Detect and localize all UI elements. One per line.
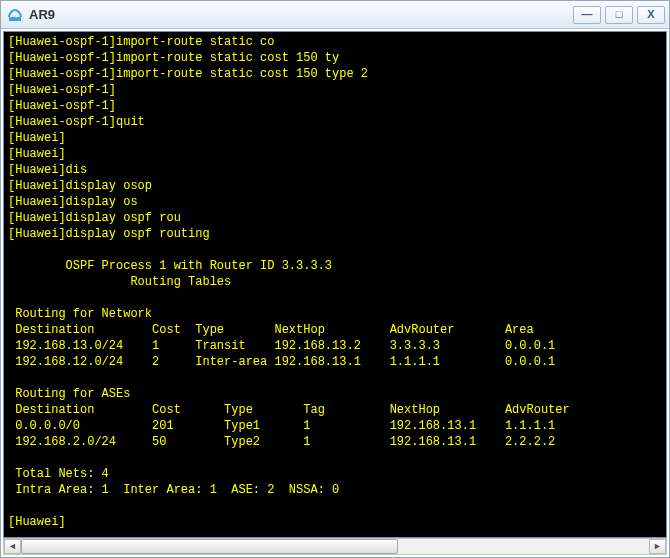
horizontal-scrollbar[interactable]: ◄ ► [3, 538, 667, 555]
scroll-track[interactable] [21, 539, 649, 554]
titlebar[interactable]: AR9 — □ X [1, 1, 669, 29]
terminal-container: [Huawei-ospf-1]import-route static co [H… [1, 29, 669, 557]
maximize-button[interactable]: □ [605, 6, 633, 24]
app-icon [7, 7, 23, 23]
app-window: AR9 — □ X [Huawei-ospf-1]import-route st… [0, 0, 670, 558]
scroll-left-button[interactable]: ◄ [4, 539, 21, 554]
close-button[interactable]: X [637, 6, 665, 24]
scroll-thumb[interactable] [21, 539, 398, 554]
window-buttons: — □ X [573, 6, 665, 24]
window-title: AR9 [29, 7, 573, 22]
terminal-output[interactable]: [Huawei-ospf-1]import-route static co [H… [3, 31, 667, 538]
minimize-button[interactable]: — [573, 6, 601, 24]
scroll-right-button[interactable]: ► [649, 539, 666, 554]
